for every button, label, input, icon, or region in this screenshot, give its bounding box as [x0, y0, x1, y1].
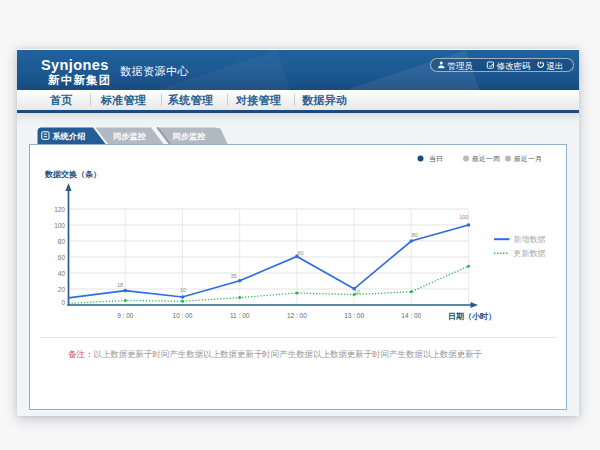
svg-text:日期（小时）: 日期（小时） [448, 312, 496, 321]
svg-text:14 : 00: 14 : 00 [401, 312, 421, 319]
svg-text:新增数据: 新增数据 [514, 235, 546, 244]
svg-text:系统介绍: 系统介绍 [51, 130, 85, 140]
svg-text:9 : 00: 9 : 00 [117, 312, 134, 319]
svg-text:80: 80 [412, 232, 418, 238]
svg-text:60: 60 [58, 254, 66, 261]
svg-text:100: 100 [54, 222, 65, 229]
svg-text:10: 10 [354, 289, 360, 295]
svg-text:更新数据: 更新数据 [514, 249, 546, 258]
svg-text:12 : 00: 12 : 00 [287, 312, 307, 319]
svg-text:18: 18 [117, 282, 123, 288]
svg-text:当日: 当日 [429, 155, 443, 163]
svg-text:最近一月: 最近一月 [514, 155, 542, 163]
svg-text:120: 120 [54, 206, 65, 213]
svg-text:60: 60 [297, 250, 303, 256]
svg-text:40: 40 [58, 270, 66, 277]
svg-text:10 : 00: 10 : 00 [173, 312, 193, 319]
svg-text:35: 35 [230, 273, 236, 279]
svg-text:同步监控: 同步监控 [113, 131, 146, 140]
svg-text:13 : 00: 13 : 00 [344, 312, 364, 319]
svg-text:0: 0 [61, 299, 65, 306]
svg-text:同步监控: 同步监控 [173, 131, 206, 140]
svg-text:最近一周: 最近一周 [472, 155, 500, 162]
svg-text:100: 100 [459, 214, 468, 220]
svg-text:11 : 00: 11 : 00 [230, 312, 250, 319]
svg-text:20: 20 [58, 286, 66, 293]
svg-text:数据交换（条）: 数据交换（条） [44, 170, 101, 179]
svg-text:10: 10 [180, 287, 186, 293]
svg-text:80: 80 [58, 238, 66, 245]
